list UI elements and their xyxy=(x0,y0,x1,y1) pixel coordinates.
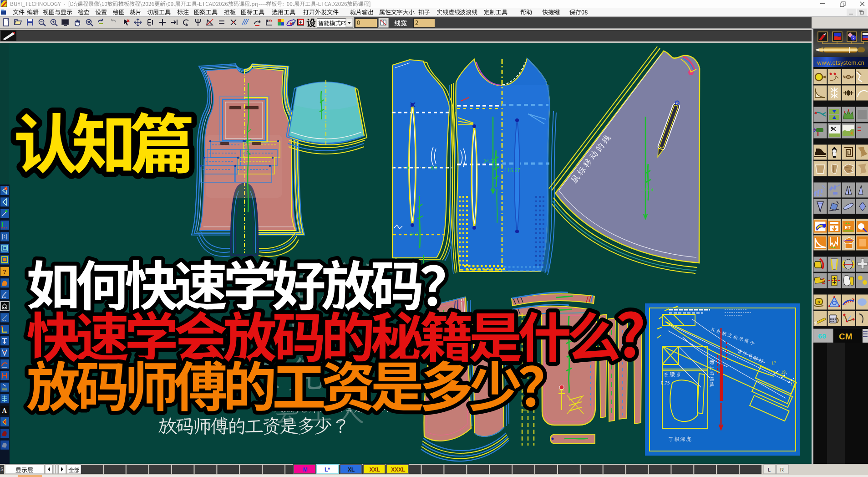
svg-text:R: R xyxy=(780,467,784,472)
svg-text:CM: CM xyxy=(839,332,853,341)
svg-text:L*: L* xyxy=(325,467,330,473)
svg-text:XXXL: XXXL xyxy=(391,467,405,473)
svg-text:L: L xyxy=(768,467,771,472)
svg-text:XL: XL xyxy=(348,467,355,473)
svg-text:M: M xyxy=(303,467,308,473)
svg-text:S: S xyxy=(0,467,4,472)
svg-text:A: A xyxy=(2,407,7,414)
svg-text:ET: ET xyxy=(845,225,851,231)
svg-text:?: ? xyxy=(3,268,6,275)
svg-text:60: 60 xyxy=(818,333,826,341)
svg-text:R: R xyxy=(817,300,821,304)
svg-text:XXL: XXL xyxy=(370,467,380,473)
